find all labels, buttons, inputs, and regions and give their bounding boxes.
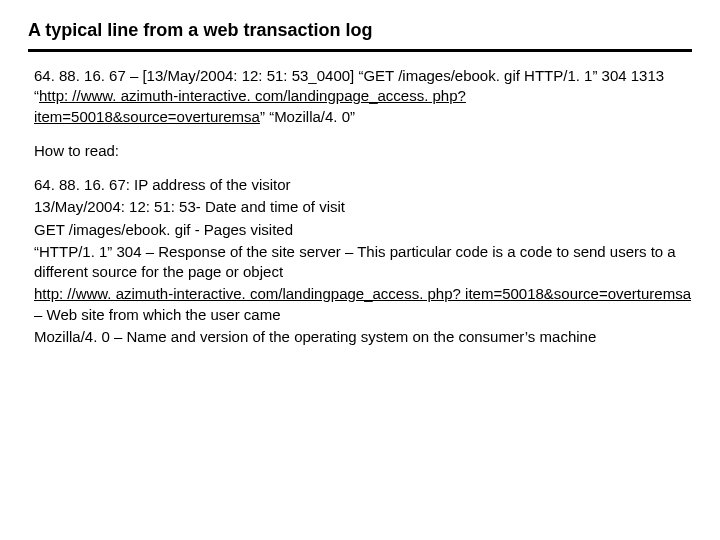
explain-referer: http: //www. azimuth-interactive. com/la… bbox=[34, 284, 692, 325]
title-rule bbox=[28, 49, 692, 52]
referer-post: – Web site from which the user came bbox=[34, 306, 281, 323]
log-line: 64. 88. 16. 67 – [13/May/2004: 12: 51: 5… bbox=[34, 66, 692, 127]
slide-body: 64. 88. 16. 67 – [13/May/2004: 12: 51: 5… bbox=[28, 66, 692, 347]
explain-block: 64. 88. 16. 67: IP address of the visito… bbox=[34, 175, 692, 347]
explain-useragent: Mozilla/4. 0 – Name and version of the o… bbox=[34, 327, 692, 347]
explain-ip: 64. 88. 16. 67: IP address of the visito… bbox=[34, 175, 692, 195]
explain-get: GET /images/ebook. gif - Pages visited bbox=[34, 220, 692, 240]
slide: A typical line from a web transaction lo… bbox=[0, 0, 720, 367]
explain-response: “HTTP/1. 1” 304 – Response of the site s… bbox=[34, 242, 692, 283]
log-post: ” “Mozilla/4. 0” bbox=[260, 108, 355, 125]
log-url-link[interactable]: http: //www. azimuth-interactive. com/la… bbox=[34, 87, 466, 124]
slide-title: A typical line from a web transaction lo… bbox=[28, 14, 692, 49]
how-to-read-label: How to read: bbox=[34, 141, 692, 161]
referer-url-link[interactable]: http: //www. azimuth-interactive. com/la… bbox=[34, 285, 691, 302]
explain-date: 13/May/2004: 12: 51: 53- Date and time o… bbox=[34, 197, 692, 217]
